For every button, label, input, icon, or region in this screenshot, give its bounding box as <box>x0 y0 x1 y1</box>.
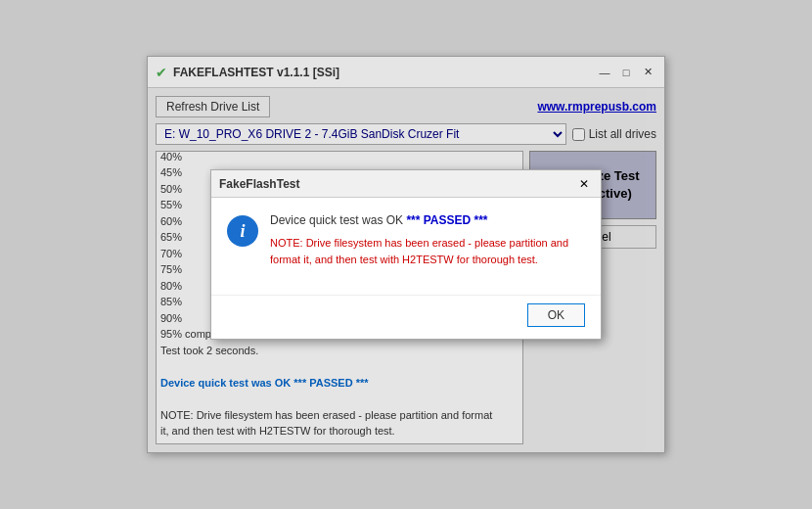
dialog-overlay: FakeFlashTest ✕ i Device quick test was … <box>148 57 664 452</box>
dialog-message-ok: Device quick test was OK <box>270 213 403 227</box>
dialog-note: NOTE: Drive filesystem has been erased -… <box>270 235 585 267</box>
dialog: FakeFlashTest ✕ i Device quick test was … <box>210 169 602 340</box>
main-window: ✔ FAKEFLASHTEST v1.1.1 [SSi] — □ ✕ Refre… <box>147 56 665 453</box>
dialog-title-bar: FakeFlashTest ✕ <box>211 170 601 198</box>
dialog-passed-text: *** PASSED *** <box>403 213 487 227</box>
dialog-close-button[interactable]: ✕ <box>575 175 593 193</box>
dialog-title: FakeFlashTest <box>219 177 575 191</box>
dialog-footer: OK <box>211 295 601 339</box>
info-icon: i <box>227 215 258 247</box>
dialog-main-row: i Device quick test was OK *** PASSED **… <box>227 213 585 267</box>
dialog-message: Device quick test was OK *** PASSED *** … <box>270 213 585 267</box>
dialog-body: i Device quick test was OK *** PASSED **… <box>211 198 601 295</box>
ok-button[interactable]: OK <box>527 303 585 327</box>
